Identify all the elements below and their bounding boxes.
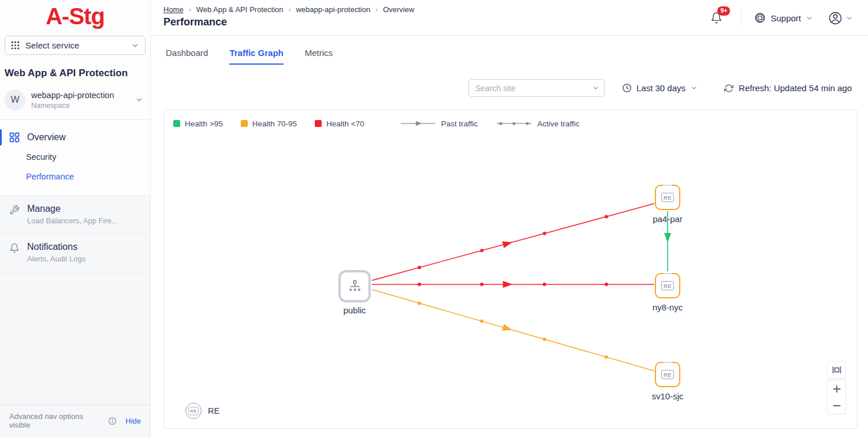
notification-count-badge: 9+ — [717, 6, 730, 16]
breadcrumb-home[interactable]: Home — [163, 5, 184, 14]
re-node-key: RE RE — [185, 403, 219, 419]
graph-node-sv10-sjc[interactable]: RE sv10-sjc — [655, 362, 680, 387]
sidebar-item-security[interactable]: Security — [0, 147, 150, 167]
sidebar-item-overview[interactable]: Overview — [0, 128, 150, 147]
zoom-out-button[interactable] — [828, 397, 845, 414]
breadcrumb-namespace[interactable]: webapp-api-protection — [296, 5, 370, 14]
notifications-bell-button[interactable]: 9+ — [710, 12, 722, 24]
fit-to-screen-button[interactable] — [827, 361, 846, 379]
select-service-dropdown[interactable]: Select service — [5, 36, 146, 55]
re-badge: RE — [661, 281, 674, 291]
active-indicator — [0, 129, 2, 145]
user-account-icon — [828, 11, 843, 25]
search-site-input[interactable] — [468, 79, 605, 97]
node-label: pa4-par — [653, 214, 683, 224]
refresh-button[interactable]: Refresh: Updated 54 min ago — [724, 83, 852, 93]
sidebar-item-label: Notifications — [27, 242, 85, 252]
chevron-down-icon — [135, 96, 143, 104]
legend-active-traffic: Active traffic — [497, 119, 579, 128]
node-label: public — [343, 305, 366, 315]
namespace-selector[interactable]: W webapp-api-protection Namespace — [0, 86, 150, 119]
main-area: Home › Web App & API Protection › webapp… — [151, 0, 868, 438]
sidebar-item-manage[interactable]: Manage Load Balancers, App Fire... — [0, 196, 150, 234]
legend-label: Health 70-95 — [252, 119, 297, 128]
tab-metrics[interactable]: Metrics — [305, 48, 333, 65]
green-swatch — [173, 120, 180, 127]
fit-view-icon — [832, 365, 841, 375]
namespace-type-label: Namespace — [31, 102, 114, 110]
chevron-right-icon: › — [288, 6, 290, 14]
re-badge: RE — [661, 370, 674, 380]
graph-controls: Last 30 days Refresh: Updated 54 min ago — [151, 79, 852, 97]
chevron-down-icon — [690, 84, 698, 92]
graph-node-pa4-par[interactable]: RE pa4-par — [655, 185, 680, 210]
re-badge: RE — [661, 193, 674, 203]
graph-view-controls — [827, 361, 846, 414]
select-service-label: Select service — [25, 40, 125, 50]
bell-icon — [9, 243, 20, 263]
legend-past-traffic: Past traffic — [401, 119, 478, 128]
support-menu[interactable]: Support — [754, 12, 813, 24]
account-menu[interactable] — [828, 11, 853, 25]
service-section-title: Web App & API Protection — [5, 68, 146, 79]
time-range-label: Last 30 days — [636, 83, 686, 93]
legend-health-warn: Health 70-95 — [241, 119, 297, 128]
tab-bar: Dashboard Traffic Graph Metrics — [151, 36, 868, 65]
header-divider — [741, 10, 742, 25]
legend-label: Health >95 — [185, 119, 223, 128]
breadcrumb-overview[interactable]: Overview — [383, 5, 414, 14]
sidebar-item-subtitle: Load Balancers, App Fire... — [27, 216, 118, 225]
node-label: ny8-nyc — [653, 302, 683, 312]
support-label: Support — [770, 13, 801, 23]
namespace-name: webapp-api-protection — [31, 91, 114, 100]
past-traffic-line-icon — [401, 119, 435, 128]
apps-grid-icon — [11, 41, 20, 50]
overview-grid-icon — [9, 132, 20, 143]
plus-icon — [833, 385, 841, 393]
support-icon — [754, 12, 766, 24]
top-header: Home › Web App & API Protection › webapp… — [151, 0, 868, 36]
chevron-down-icon — [845, 14, 853, 22]
info-icon[interactable] — [108, 417, 117, 425]
sidebar-item-subtitle: Alerts, Audit Logs — [27, 254, 85, 263]
wrench-icon — [9, 205, 20, 225]
breadcrumb-service[interactable]: Web App & API Protection — [196, 5, 284, 14]
chevron-down-icon — [131, 42, 139, 50]
clock-icon — [622, 83, 632, 93]
tab-traffic-graph[interactable]: Traffic Graph — [229, 48, 283, 65]
node-label: sv10-sjc — [651, 391, 683, 401]
legend-health-bad: Health <70 — [315, 119, 364, 128]
re-key-label: RE — [208, 406, 219, 415]
traffic-graph-card: Health >95 Health 70-95 Health <70 Past … — [163, 110, 858, 429]
minus-icon — [833, 402, 841, 410]
sidebar-footer: Advanced nav options visible Hide — [0, 405, 150, 438]
graph-legend: Health >95 Health 70-95 Health <70 Past … — [173, 119, 598, 128]
namespace-avatar: W — [5, 89, 25, 110]
sidebar-item-performance[interactable]: Performance — [0, 167, 150, 186]
hide-nav-link[interactable]: Hide — [125, 417, 141, 425]
legend-health-good: Health >95 — [173, 119, 223, 128]
network-icon — [347, 279, 363, 294]
tab-dashboard[interactable]: Dashboard — [166, 48, 208, 65]
advanced-nav-text: Advanced nav options visible — [9, 412, 104, 429]
sidebar-spacer — [0, 272, 150, 405]
yellow-swatch — [241, 120, 248, 127]
graph-node-ny8-nyc[interactable]: RE ny8-nyc — [655, 273, 680, 298]
sidebar-item-label: Overview — [27, 132, 66, 143]
traffic-edges — [164, 110, 857, 428]
site-search-select[interactable] — [468, 79, 605, 97]
legend-label: Past traffic — [441, 119, 478, 128]
re-circle-icon: RE — [185, 403, 202, 419]
time-range-dropdown[interactable]: Last 30 days — [622, 83, 698, 93]
zoom-in-button[interactable] — [828, 380, 845, 397]
active-traffic-line-icon — [497, 119, 531, 128]
chevron-right-icon: › — [375, 6, 378, 14]
refresh-icon — [724, 84, 733, 93]
chevron-right-icon: › — [189, 6, 191, 14]
app-logo[interactable]: A-Stg — [46, 2, 105, 30]
re-badge: RE — [188, 407, 199, 415]
chevron-down-icon — [806, 14, 813, 22]
sidebar-item-label: Manage — [27, 204, 118, 214]
graph-node-public[interactable]: public — [338, 270, 371, 302]
sidebar-item-notifications[interactable]: Notifications Alerts, Audit Logs — [0, 234, 150, 272]
